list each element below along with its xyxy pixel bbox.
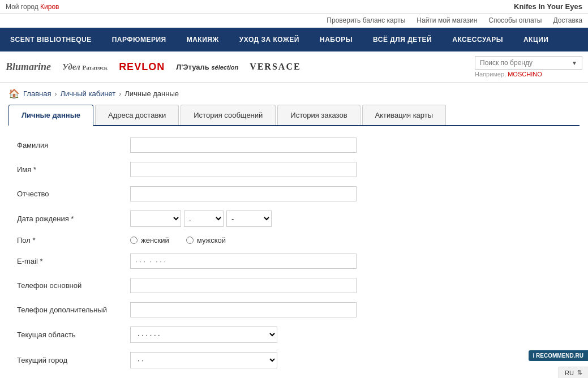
brands-bar: Blumarine Удел Рататоск REVLON Л'Этуаль … <box>0 51 588 83</box>
brand-search-box[interactable]: ▼ <box>475 56 582 70</box>
account-tabs: Личные данные Адреса доставки История со… <box>8 105 580 126</box>
input-email[interactable] <box>130 254 357 269</box>
tab-orders[interactable]: История заказов <box>277 105 360 125</box>
label-birthdate: Дата рождения * <box>17 214 130 223</box>
input-patronymic-wrapper <box>130 186 357 201</box>
input-firstname[interactable] <box>130 162 357 177</box>
brand-blumarine[interactable]: Blumarine <box>6 61 51 73</box>
row-firstname: Имя * <box>17 162 571 177</box>
input-phone2[interactable] <box>130 302 357 317</box>
gender-male-radio[interactable] <box>186 237 194 244</box>
search-dropdown-arrow: ▼ <box>572 60 577 66</box>
breadcrumb-home-link[interactable]: Главная <box>23 89 51 98</box>
gender-male-label: мужской <box>197 236 226 244</box>
birthdate-day[interactable]: 123 45 <box>130 211 181 227</box>
input-phone[interactable] <box>130 278 357 293</box>
label-gender: Пол * <box>17 236 130 244</box>
main-navbar: SCENT BIBLIOTHEQUE ПАРФЮМЕРИЯ МАКИЯЖ УХО… <box>0 28 588 51</box>
nav-item-parfum[interactable]: ПАРФЮМЕРИЯ <box>102 28 177 51</box>
tab-personal[interactable]: Личные данные <box>8 105 93 126</box>
brand-udel[interactable]: Удел Рататоск <box>62 62 108 72</box>
birthdate-month[interactable]: . 010203 <box>184 211 224 227</box>
label-lastname: Фамилия <box>17 141 130 149</box>
header-links: Проверить баланс карты Найти мой магазин… <box>0 14 588 28</box>
region-select-wrapper: · · · · · · Кировская область <box>130 327 357 343</box>
brand-search-wrapper: ▼ Например, MOSCHINO <box>475 56 582 78</box>
check-balance-link[interactable]: Проверить баланс карты <box>327 16 405 24</box>
row-city: Текущий город · · Киров <box>17 352 571 368</box>
row-birthdate: Дата рождения * 123 45 . 010203 - 199019… <box>17 211 571 227</box>
region-select[interactable]: · · · · · · Кировская область <box>130 327 277 343</box>
home-icon: 🏠 <box>8 88 20 99</box>
recommend-text: i RECOMMEND.RU <box>533 353 583 359</box>
app-title: Knifes In Your Eyes <box>514 2 582 11</box>
brand-example: Например, MOSCHINO <box>475 70 582 78</box>
city-selector[interactable]: Мой город Киров <box>6 3 59 11</box>
tab-card[interactable]: Активация карты <box>362 105 447 125</box>
brand-etoile[interactable]: Л'Этуаль sélection <box>176 63 238 71</box>
tab-delivery[interactable]: Адреса доставки <box>95 105 179 125</box>
breadcrumb: 🏠 Главная › Личный кабинет › Личные данн… <box>0 83 588 105</box>
nav-item-scent[interactable]: SCENT BIBLIOTHEQUE <box>0 28 102 51</box>
city-select-wrapper: · · Киров <box>130 352 357 368</box>
city-link[interactable]: Киров <box>40 3 59 11</box>
label-email: E-mail * <box>17 257 130 265</box>
row-email: E-mail * <box>17 254 571 269</box>
input-lastname-wrapper <box>130 138 357 153</box>
row-patronymic: Отчество <box>17 186 571 201</box>
birthdate-selects: 123 45 . 010203 - 19901991 <box>130 211 272 227</box>
gender-female-option[interactable]: женский <box>130 236 169 244</box>
nav-item-makeup[interactable]: МАКИЯЖ <box>177 28 229 51</box>
label-patronymic: Отчество <box>17 190 130 198</box>
lang-arrows-icon: ⇅ <box>577 369 582 376</box>
brand-versace[interactable]: VERSACE <box>250 62 301 72</box>
breadcrumb-sep-1: › <box>54 90 57 98</box>
birthdate-year[interactable]: - 19901991 <box>226 211 272 227</box>
input-phone-wrapper <box>130 278 357 293</box>
label-region: Текущая область <box>17 330 130 339</box>
city-label: Мой город <box>6 3 38 11</box>
recommend-badge[interactable]: i RECOMMEND.RU <box>529 350 588 361</box>
delivery-link[interactable]: Доставка <box>553 16 582 24</box>
row-gender: Пол * женский мужской <box>17 236 571 244</box>
breadcrumb-cabinet-link[interactable]: Личный кабинет <box>60 89 115 98</box>
tab-messages[interactable]: История сообщений <box>181 105 276 125</box>
label-phone: Телефон основной <box>17 281 130 290</box>
nav-item-skincare[interactable]: УХОД ЗА КОЖЕЙ <box>229 28 310 51</box>
input-lastname[interactable] <box>130 138 357 153</box>
label-city: Текущий город <box>17 356 130 364</box>
find-store-link[interactable]: Найти мой магазин <box>417 16 477 24</box>
nav-item-kids[interactable]: ВСЁ ДЛЯ ДЕТЕЙ <box>363 28 442 51</box>
brand-revlon[interactable]: REVLON <box>119 61 165 73</box>
payment-link[interactable]: Способы оплаты <box>488 16 542 24</box>
top-bar: Мой город Киров Knifes In Your Eyes <box>0 0 588 14</box>
breadcrumb-sep-2: › <box>119 90 121 98</box>
gender-male-option[interactable]: мужской <box>186 236 226 244</box>
input-phone2-wrapper <box>130 302 357 317</box>
gender-female-radio[interactable] <box>130 237 138 244</box>
label-firstname: Имя * <box>17 165 130 174</box>
row-phone: Телефон основной <box>17 278 571 293</box>
row-region: Текущая область · · · · · · Кировская об… <box>17 327 571 343</box>
label-phone2: Телефон дополнительный <box>17 306 130 314</box>
nav-item-sets[interactable]: НАБОРЫ <box>310 28 363 51</box>
input-firstname-wrapper <box>130 162 357 177</box>
brand-example-link[interactable]: MOSCHINO <box>508 71 542 78</box>
input-patronymic[interactable] <box>130 186 357 201</box>
nav-item-accessories[interactable]: АКСЕССУАРЫ <box>442 28 513 51</box>
personal-data-form: Фамилия Имя * Отчество Дата рождения * 1… <box>0 138 588 378</box>
nav-item-promo[interactable]: АКЦИИ <box>513 28 559 51</box>
city-select[interactable]: · · Киров <box>130 352 277 368</box>
lang-label[interactable]: RU <box>565 370 574 376</box>
lang-bar: RU ⇅ <box>559 367 588 378</box>
gender-radio-group: женский мужской <box>130 236 226 244</box>
brand-search-input[interactable] <box>480 59 572 67</box>
gender-female-label: женский <box>141 236 169 244</box>
row-lastname: Фамилия <box>17 138 571 153</box>
breadcrumb-current: Личные данные <box>125 89 179 98</box>
input-email-wrapper <box>130 254 357 269</box>
row-phone2: Телефон дополнительный <box>17 302 571 317</box>
